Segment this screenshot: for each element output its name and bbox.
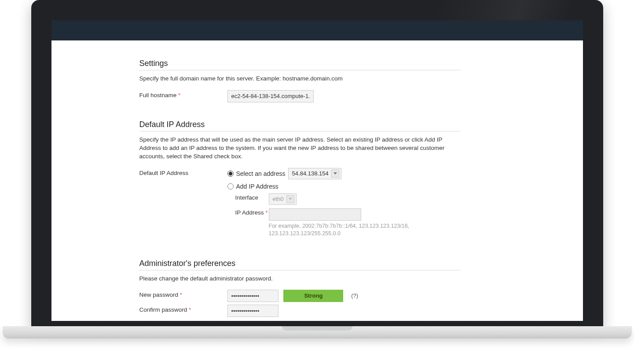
chevron-down-icon[interactable]	[331, 170, 339, 178]
add-ip-radio[interactable]	[227, 183, 234, 189]
add-ip-label: Add IP Address	[236, 183, 279, 190]
hostname-row: Full hostname *	[139, 90, 461, 102]
password-strength-badge: Strong	[283, 290, 343, 302]
new-password-label: New password *	[139, 290, 227, 298]
ip-address-label: IP Address *	[235, 208, 269, 216]
chevron-down-icon	[286, 195, 294, 203]
confirm-password-row: Confirm password *	[139, 305, 461, 317]
ip-address-row: IP Address * For example, 2002:7b7b:7b7b…	[235, 208, 461, 238]
interface-value: eth0	[273, 196, 284, 202]
add-ip-option[interactable]: Add IP Address	[227, 183, 461, 190]
interface-label: Interface	[235, 193, 269, 201]
laptop-bezel: Settings Specify the full domain name fo…	[31, 0, 603, 326]
new-password-row: New password * Strong (?)	[139, 290, 461, 302]
interface-select: eth0	[269, 193, 297, 205]
section-title-settings: Settings	[139, 59, 461, 70]
ip-address-hint: For example, 2002:7b7b:7b7b::1/64, 123.1…	[269, 222, 414, 238]
confirm-password-label: Confirm password *	[139, 305, 227, 313]
hostname-label: Full hostname *	[139, 90, 227, 98]
select-address-label: Select an address	[236, 170, 286, 177]
laptop-base	[3, 326, 632, 339]
top-bar	[51, 20, 583, 40]
new-password-input[interactable]	[227, 290, 279, 302]
select-address-option[interactable]: Select an address 54.84.138.154	[227, 168, 461, 179]
settings-description: Specify the full domain name for this se…	[139, 75, 461, 83]
default-ip-row: Default IP Address Select an address 54.…	[139, 168, 461, 241]
section-title-admin: Administrator's preferences	[139, 259, 461, 270]
hostname-input[interactable]	[227, 90, 314, 102]
default-ip-label: Default IP Address	[139, 168, 227, 176]
ip-address-input	[269, 208, 361, 221]
select-address-radio[interactable]	[227, 171, 234, 177]
ip-select[interactable]: 54.84.138.154	[288, 168, 341, 179]
bezel-bottom	[51, 321, 583, 326]
laptop-notch	[282, 326, 352, 331]
required-asterisk: *	[180, 291, 182, 298]
screen: Settings Specify the full domain name fo…	[51, 20, 583, 321]
required-asterisk: *	[265, 209, 268, 216]
ip-select-value: 54.84.138.154	[292, 170, 329, 177]
confirm-password-input[interactable]	[227, 305, 279, 317]
bezel-glare	[436, 0, 603, 20]
ip-description: Specify the IP address that will be used…	[139, 136, 461, 161]
section-title-ip: Default IP Address	[139, 120, 461, 131]
interface-row: Interface eth0	[235, 193, 461, 205]
admin-description: Please change the default administrator …	[139, 275, 461, 283]
required-asterisk: *	[178, 92, 180, 98]
password-help-link[interactable]: (?)	[351, 290, 358, 302]
settings-form: Settings Specify the full domain name fo…	[51, 59, 474, 321]
required-asterisk: *	[189, 306, 191, 313]
